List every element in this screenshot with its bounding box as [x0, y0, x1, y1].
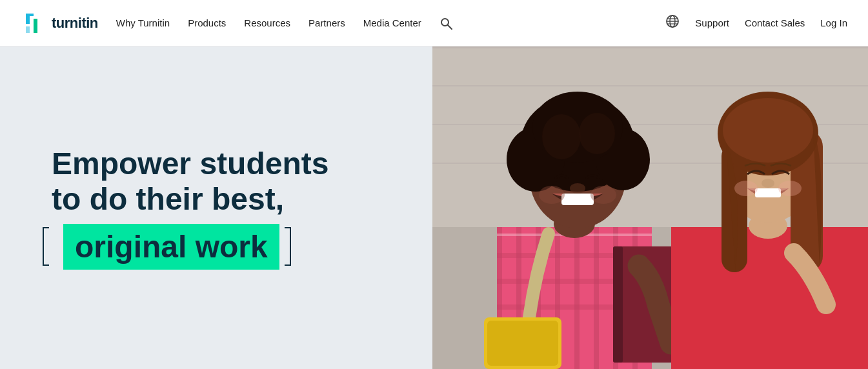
hero-highlight-text: original work [75, 230, 268, 264]
svg-point-38 [590, 186, 616, 204]
nav-support[interactable]: Support [695, 17, 729, 28]
svg-rect-45 [671, 227, 868, 369]
nav-resources[interactable]: Resources [244, 17, 290, 28]
turnitin-logo-icon [21, 10, 48, 37]
svg-rect-36 [561, 194, 594, 205]
hero-content: Empower students to do their best, origi… [0, 46, 432, 369]
svg-point-51 [723, 98, 813, 163]
svg-point-34 [542, 114, 581, 159]
hero-heading: Empower students to do their best, [52, 146, 394, 217]
svg-rect-11 [432, 85, 868, 86]
nav-contact-sales[interactable]: Contact Sales [745, 17, 805, 28]
nav-partners[interactable]: Partners [308, 17, 345, 28]
nav-log-in[interactable]: Log In [820, 17, 847, 28]
svg-rect-20 [574, 227, 580, 369]
hero-highlight-box: original work [63, 224, 279, 270]
hero-section: Empower students to do their best, origi… [0, 46, 868, 369]
svg-rect-10 [432, 46, 868, 48]
svg-point-37 [539, 186, 565, 204]
hero-students-illustration [432, 46, 868, 369]
svg-line-2 [448, 25, 452, 29]
globe-icon[interactable] [665, 14, 680, 32]
svg-point-35 [579, 113, 615, 154]
nav-right-links: Support Contact Sales Log In [665, 14, 847, 32]
hero-highlight-wrapper: original work [52, 224, 394, 270]
main-nav-links: Why Turnitin Products Resources Partners… [116, 17, 666, 30]
logo-text: turnitin [52, 15, 98, 32]
hero-heading-line2: to do their best, [52, 182, 284, 216]
nav-media-center[interactable]: Media Center [363, 17, 421, 28]
svg-point-55 [778, 181, 802, 196]
navigation: turnitin Why Turnitin Products Resources… [0, 0, 868, 46]
nav-why-turnitin[interactable]: Why Turnitin [116, 17, 170, 28]
svg-rect-21 [594, 227, 599, 369]
svg-rect-52 [755, 188, 781, 197]
svg-point-39 [570, 183, 585, 194]
bracket-right-decoration [285, 227, 291, 266]
svg-point-53 [762, 179, 774, 188]
hero-heading-line1: Empower students [52, 146, 328, 181]
search-icon[interactable] [439, 17, 452, 30]
svg-rect-43 [613, 246, 623, 363]
logo-link[interactable]: turnitin [21, 10, 98, 37]
svg-point-54 [734, 181, 758, 196]
nav-products[interactable]: Products [188, 17, 226, 28]
hero-image [432, 46, 868, 369]
bracket-left-decoration [43, 227, 49, 266]
svg-rect-57 [487, 321, 558, 366]
